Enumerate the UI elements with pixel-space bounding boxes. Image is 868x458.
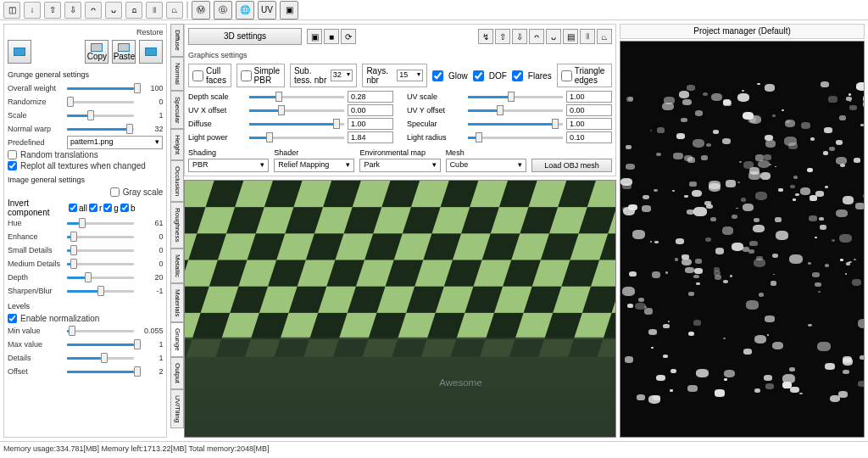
h1-icon[interactable]: ↯: [478, 29, 493, 44]
h4-icon[interactable]: ᴖ: [529, 29, 544, 44]
shading-dropdown[interactable]: PBR: [188, 159, 269, 172]
3d-settings-button[interactable]: 3D settings: [188, 28, 302, 45]
min-value-slider[interactable]: [67, 327, 134, 335]
rays-dropdown[interactable]: 15: [397, 70, 423, 81]
sharpen/blur-slider[interactable]: [67, 287, 134, 295]
bars-icon[interactable]: ⫴: [146, 2, 163, 19]
light-power-value[interactable]: 1.84: [348, 131, 393, 143]
project-manager-header[interactable]: Project manager (Default): [620, 24, 865, 39]
light-radius-value[interactable]: 0.10: [566, 131, 612, 143]
open-button[interactable]: [139, 40, 163, 64]
uv-x-offset-value[interactable]: 0.00: [348, 104, 393, 116]
tab-roughness[interactable]: Roughness: [170, 202, 184, 248]
hue-slider[interactable]: [67, 219, 134, 227]
offset-slider[interactable]: [67, 367, 134, 376]
image-header: Image general settings: [8, 176, 163, 184]
uv-scale-slider[interactable]: [468, 92, 563, 101]
predefined-dropdown[interactable]: pattern1.png: [67, 136, 163, 149]
uv-icon[interactable]: UV: [258, 1, 276, 20]
flares-checkbox[interactable]: [512, 70, 523, 81]
arrow-down2-icon[interactable]: ⇩: [64, 2, 81, 19]
overall-weight-slider[interactable]: [67, 84, 134, 92]
h5-icon[interactable]: ᴗ: [546, 29, 561, 44]
shader-dropdown[interactable]: Relief Mapping: [274, 159, 354, 172]
arrow-up1-icon[interactable]: ⇧: [44, 2, 61, 19]
uv-y-offset-slider[interactable]: [468, 106, 563, 114]
h7-icon[interactable]: ⫴: [580, 29, 595, 44]
tab-diffuse[interactable]: Diffuse: [170, 24, 184, 57]
random-translations-checkbox[interactable]: [8, 150, 17, 159]
replot-checkbox[interactable]: [8, 161, 17, 170]
dof-checkbox[interactable]: [473, 70, 484, 81]
predefined-label: Predefined: [8, 138, 67, 147]
depth-scale-value[interactable]: 0.28: [348, 91, 393, 103]
texture-preview[interactable]: [620, 41, 865, 438]
medium-details-slider[interactable]: [67, 260, 134, 268]
3d-preview[interactable]: Awesome: [184, 180, 616, 438]
load-mesh-button[interactable]: Load OBJ mesh: [531, 159, 612, 172]
paste-button[interactable]: Paste: [112, 40, 136, 64]
tab-specular[interactable]: Specular: [170, 91, 184, 130]
globe-icon[interactable]: 🌐: [236, 1, 254, 20]
mesh-dropdown[interactable]: Cube: [446, 159, 526, 172]
tri-edges-checkbox[interactable]: [561, 70, 572, 81]
h2-icon[interactable]: ⇧: [495, 29, 510, 44]
uv-scale-value[interactable]: 1.00: [566, 91, 612, 103]
light-radius-slider[interactable]: [468, 133, 563, 142]
3d-settings-panel: 3D settings ▣ ■ ⟳ ↯ ⇧ ⇩ ᴖ ᴗ ▤ ⫴ ⏢: [184, 24, 616, 176]
invert-r-checkbox[interactable]: [89, 204, 97, 212]
tab-metallic[interactable]: Metallic: [170, 249, 184, 283]
peaks1-icon[interactable]: ᴖ: [85, 2, 102, 19]
enhance-slider[interactable]: [67, 232, 134, 241]
normalization-checkbox[interactable]: [8, 314, 17, 323]
peaks3-icon[interactable]: ⩍: [125, 2, 142, 19]
normal-warp-slider[interactable]: [67, 125, 134, 133]
details-slider[interactable]: [67, 354, 134, 362]
scale-slider[interactable]: [67, 111, 134, 120]
restore-link[interactable]: Restore: [8, 28, 163, 36]
invert-g-checkbox[interactable]: [103, 204, 112, 212]
depth-scale-slider[interactable]: [249, 92, 344, 101]
base-icon[interactable]: ⏢: [166, 2, 183, 19]
uv-y-offset-value[interactable]: 0.00: [566, 104, 612, 116]
cam-icon[interactable]: ■: [324, 29, 339, 44]
save-button[interactable]: [8, 40, 31, 64]
h6-icon[interactable]: ▤: [563, 29, 578, 44]
copy-button[interactable]: Copy: [85, 40, 108, 64]
arrow-down-icon[interactable]: ↓: [24, 2, 41, 19]
invert-b-checkbox[interactable]: [120, 204, 129, 212]
cull-checkbox[interactable]: [192, 70, 203, 81]
subtess-dropdown[interactable]: 32: [331, 70, 353, 81]
randomize-slider[interactable]: [67, 98, 134, 106]
tab-uvtiling[interactable]: UV/Tiling: [170, 389, 184, 428]
specular-value[interactable]: 1.00: [566, 118, 612, 130]
refresh-icon[interactable]: ⟳: [341, 29, 356, 44]
grayscale-checkbox[interactable]: [110, 187, 120, 197]
specular-slider[interactable]: [468, 120, 563, 128]
tab-height[interactable]: Height: [170, 129, 184, 160]
invert-all-checkbox[interactable]: [69, 204, 77, 212]
tab-materials[interactable]: Materials: [170, 283, 184, 322]
m-icon[interactable]: Ⓜ: [192, 1, 210, 20]
diffuse-slider[interactable]: [249, 120, 344, 128]
tab-normal[interactable]: Normal: [170, 57, 184, 91]
cube-icon[interactable]: ◫: [3, 2, 20, 19]
tab-occlusion[interactable]: Occlusion: [170, 160, 184, 202]
depth-slider[interactable]: [67, 273, 134, 282]
box-icon[interactable]: ▣: [307, 29, 322, 44]
uv-x-offset-slider[interactable]: [249, 106, 344, 114]
light-power-slider[interactable]: [249, 133, 344, 142]
simple-pbr-checkbox[interactable]: [241, 70, 252, 81]
glow-checkbox[interactable]: [432, 70, 443, 81]
sq-icon[interactable]: ▣: [280, 1, 298, 20]
small-details-slider[interactable]: [67, 246, 134, 254]
peaks2-icon[interactable]: ᴗ: [105, 2, 122, 19]
tab-output[interactable]: Output: [170, 357, 184, 389]
h8-icon[interactable]: ⏢: [597, 29, 612, 44]
g-icon[interactable]: Ⓖ: [214, 1, 232, 20]
env-dropdown[interactable]: Park: [359, 159, 440, 172]
tab-grunge[interactable]: Grunge: [170, 322, 184, 357]
h3-icon[interactable]: ⇩: [512, 29, 527, 44]
max-value-slider[interactable]: [67, 340, 134, 349]
diffuse-value[interactable]: 1.00: [348, 118, 393, 130]
